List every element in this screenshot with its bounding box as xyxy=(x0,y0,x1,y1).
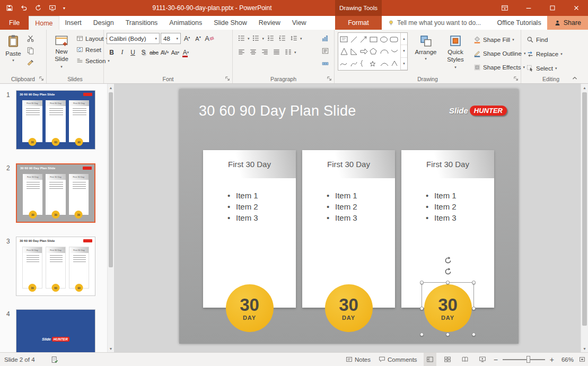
notes-button[interactable]: Notes xyxy=(344,353,372,366)
change-case-button[interactable]: Aa▾ xyxy=(170,47,180,58)
tab-design[interactable]: Design xyxy=(87,16,120,30)
resize-handle-bottom-left[interactable] xyxy=(420,333,424,336)
align-left-button[interactable] xyxy=(236,47,247,57)
customize-qat-button[interactable]: ▾ xyxy=(60,6,68,11)
day-circle-1[interactable]: 30 DAY xyxy=(226,284,274,332)
font-color-button[interactable]: A▾ xyxy=(181,47,191,58)
spell-check-icon[interactable] xyxy=(51,356,58,363)
resize-handle-top[interactable] xyxy=(446,281,450,284)
scroll-down-arrow[interactable]: ▼ xyxy=(108,345,114,352)
reading-view-button[interactable] xyxy=(459,353,471,366)
rotate-handle[interactable] xyxy=(444,256,452,276)
resize-handle-right[interactable] xyxy=(472,307,476,310)
slide-canvas[interactable]: 30 60 90 Day Plan Slide Slide HUNTER Fir… xyxy=(114,84,581,352)
replace-button[interactable]: Replace▾ xyxy=(526,48,563,59)
slide-title[interactable]: 30 60 90 Day Plan Slide xyxy=(199,103,356,119)
collapse-ribbon-button[interactable] xyxy=(571,75,578,81)
shapes-scroll-down-button[interactable]: ▼ xyxy=(401,45,407,57)
bullet-item[interactable]: Item 1 xyxy=(426,191,494,200)
column-items-2[interactable]: Item 1 Item 2 Item 3 xyxy=(302,191,395,222)
quick-styles-button[interactable]: Quick Styles ▾ xyxy=(441,32,470,74)
smartart-button[interactable] xyxy=(320,58,330,69)
font-size-combobox[interactable]: 48▾ xyxy=(161,33,181,44)
redo-button[interactable] xyxy=(32,2,45,14)
bold-button[interactable]: B xyxy=(107,47,117,58)
slideshow-view-button[interactable] xyxy=(476,353,489,366)
shape-outline-button[interactable]: Shape Outline▾ xyxy=(473,48,525,59)
new-slide-button[interactable]: New Slide ▾ xyxy=(49,32,74,74)
format-painter-button[interactable] xyxy=(27,59,34,67)
tab-insert[interactable]: Insert xyxy=(59,16,87,30)
office-tutorials-button[interactable]: Office Tutorials xyxy=(492,16,547,30)
undo-button[interactable] xyxy=(17,2,30,14)
tab-slide-show[interactable]: Slide Show xyxy=(208,16,253,30)
plan-column-2[interactable]: First 30 Day Item 1 Item 2 Item 3 30 DAY xyxy=(302,150,395,308)
zoom-slider-thumb[interactable] xyxy=(526,356,530,363)
bullet-item[interactable]: Item 3 xyxy=(426,213,494,222)
bullet-item[interactable]: Item 1 xyxy=(227,191,296,200)
start-slideshow-button[interactable] xyxy=(46,2,59,14)
text-direction-button[interactable] xyxy=(320,33,330,43)
tab-format[interactable]: Format xyxy=(335,16,382,30)
slide-thumbnail-3[interactable]: 30 60 90 Day Plan Slide First 30 Day30 F… xyxy=(16,237,95,296)
shapes-scroll-up-button[interactable]: ▲ xyxy=(401,33,407,45)
bullets-button[interactable] xyxy=(236,33,247,43)
tab-transitions[interactable]: Transitions xyxy=(120,16,164,30)
increase-font-size-button[interactable]: A xyxy=(182,33,192,44)
scroll-down-arrow[interactable]: ▼ xyxy=(581,345,588,352)
column-items-1[interactable]: Item 1 Item 2 Item 3 xyxy=(203,191,296,222)
ribbon-display-options-button[interactable] xyxy=(493,0,516,16)
tell-me-box[interactable]: Tell me what you want to do... xyxy=(388,16,481,30)
scroll-up-arrow[interactable]: ▲ xyxy=(581,84,588,91)
decrease-indent-button[interactable] xyxy=(265,33,276,43)
numbering-button[interactable] xyxy=(251,33,261,43)
arrange-button[interactable]: Arrange ▾ xyxy=(412,32,440,74)
slide-thumbnail-4[interactable]: Slide HUNTER xyxy=(16,309,95,352)
main-scrollbar[interactable]: ▲ ▼ xyxy=(581,84,588,352)
scrollbar-thumb[interactable] xyxy=(582,92,587,326)
shapes-more-button[interactable]: ▼ xyxy=(401,58,407,70)
day-circle-2[interactable]: 30 DAY xyxy=(325,284,373,332)
shape-effects-button[interactable]: Shape Effects▾ xyxy=(473,62,525,73)
columns-button[interactable] xyxy=(283,47,293,57)
align-right-button[interactable] xyxy=(259,47,270,57)
resize-handle-top-left[interactable] xyxy=(420,281,424,284)
font-dialog-launcher[interactable] xyxy=(224,75,231,82)
drawing-dialog-launcher[interactable] xyxy=(513,75,519,82)
cut-button[interactable] xyxy=(27,34,34,42)
zoom-percentage[interactable]: 66% xyxy=(559,356,574,363)
tab-view[interactable]: View xyxy=(286,16,312,30)
slide-thumbnail-1[interactable]: 30 60 90 Day Plan Slide First 30 Day30 F… xyxy=(16,90,95,150)
normal-view-button[interactable] xyxy=(424,353,436,366)
line-spacing-button[interactable] xyxy=(288,33,299,43)
select-button[interactable]: Select▾ xyxy=(526,63,563,74)
tab-file[interactable]: File xyxy=(0,16,29,30)
font-name-combobox[interactable]: Calibri (Body)▾ xyxy=(107,33,160,44)
zoom-in-button[interactable] xyxy=(550,355,554,364)
shape-selection-box[interactable] xyxy=(422,282,474,335)
column-header-1[interactable]: First 30 Day xyxy=(203,150,296,178)
align-text-button[interactable] xyxy=(320,46,330,56)
bullet-item[interactable]: Item 1 xyxy=(327,191,395,200)
tab-home[interactable]: Home xyxy=(29,16,59,30)
clear-formatting-button[interactable]: A xyxy=(204,33,214,44)
underline-button[interactable]: U xyxy=(128,47,138,58)
tab-review[interactable]: Review xyxy=(253,16,286,30)
bullet-item[interactable]: Item 2 xyxy=(426,202,494,211)
bullet-item[interactable]: Item 2 xyxy=(227,202,296,211)
zoom-out-button[interactable] xyxy=(494,355,498,364)
zoom-slider[interactable] xyxy=(503,353,545,366)
scroll-up-arrow[interactable]: ▲ xyxy=(108,84,114,91)
character-spacing-button[interactable]: AV▾ xyxy=(160,47,170,58)
resize-handle-left[interactable] xyxy=(420,307,424,310)
italic-button[interactable]: I xyxy=(117,47,127,58)
column-header-2[interactable]: First 30 Day xyxy=(302,150,395,178)
paragraph-dialog-launcher[interactable] xyxy=(326,75,332,82)
minimize-button[interactable] xyxy=(516,0,540,16)
save-button[interactable] xyxy=(3,2,16,14)
close-button[interactable] xyxy=(564,0,588,16)
fit-slide-button[interactable] xyxy=(578,356,586,363)
decrease-font-size-button[interactable]: A xyxy=(193,33,203,44)
align-center-button[interactable] xyxy=(248,47,258,57)
clipboard-dialog-launcher[interactable] xyxy=(38,75,45,82)
